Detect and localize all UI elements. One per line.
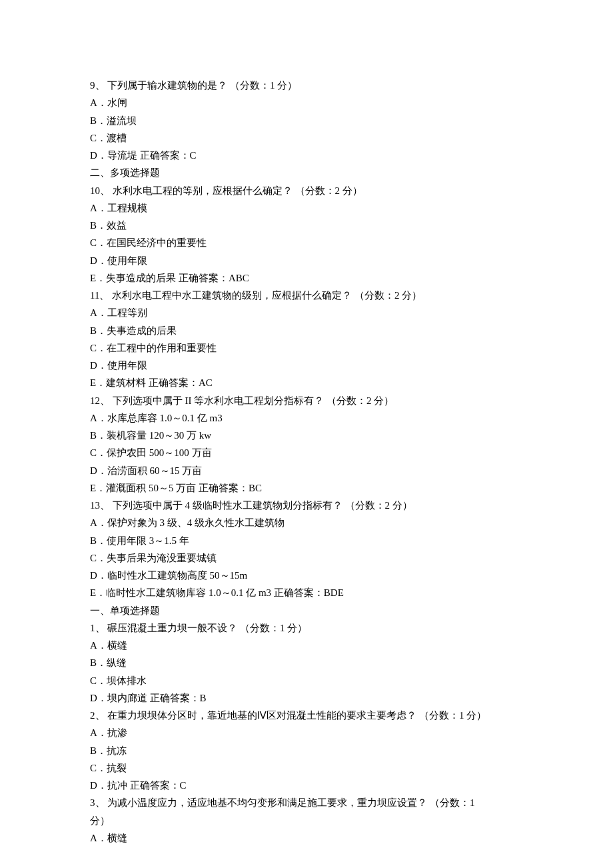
text-line: D．临时性水工建筑物高度 50～15m (90, 567, 526, 584)
text-line: D．坝内廊道 正确答案：B (90, 689, 526, 707)
text-line: B．装机容量 120～30 万 kw (90, 427, 526, 444)
text-line: E．失事造成的后果 正确答案：ABC (90, 269, 526, 287)
text-line: C．坝体排水 (90, 672, 526, 689)
text-line: A．水闸 (90, 94, 526, 111)
text-line: A．工程规模 (90, 199, 526, 217)
text-line: 9、 下列属于输水建筑物的是？ （分数：1 分） (90, 77, 526, 94)
text-line: A．水库总库容 1.0～0.1 亿 m3 (90, 409, 526, 427)
text-line: E．建筑材料 正确答案：AC (90, 374, 526, 391)
text-line: C．渡槽 (90, 129, 526, 147)
text-line: 1、 碾压混凝土重力坝一般不设？ （分数：1 分） (90, 619, 526, 637)
text-line: A．工程等别 (90, 304, 526, 321)
text-line: 分） (90, 812, 526, 829)
text-line: 13、 下列选项中属于 4 级临时性水工建筑物划分指标有？ （分数：2 分） (90, 497, 526, 514)
text-line: D．使用年限 (90, 252, 526, 269)
text-line: 2、 在重力坝坝体分区时，靠近地基的Ⅳ区对混凝土性能的要求主要考虑？ （分数：1… (90, 707, 526, 724)
text-line: D．导流堤 正确答案：C (90, 147, 526, 164)
text-line: B．失事造成的后果 (90, 322, 526, 339)
text-line: A．横缝 (90, 637, 526, 654)
text-line: C．失事后果为淹没重要城镇 (90, 549, 526, 567)
text-line: B．纵缝 (90, 654, 526, 671)
text-line: 一、单项选择题 (90, 602, 526, 619)
text-line: 10、 水利水电工程的等别，应根据什么确定？ （分数：2 分） (90, 182, 526, 199)
text-line: E．灌溉面积 50～5 万亩 正确答案：BC (90, 479, 526, 497)
text-line: C．在工程中的作用和重要性 (90, 339, 526, 357)
text-line: C．抗裂 (90, 759, 526, 777)
text-line: E．临时性水工建筑物库容 1.0～0.1 亿 m3 正确答案：BDE (90, 584, 526, 601)
text-line: D．使用年限 (90, 357, 526, 374)
text-line: B．抗冻 (90, 742, 526, 759)
text-line: 3、 为减小温度应力，适应地基不均匀变形和满足施工要求，重力坝应设置？ （分数：… (90, 794, 526, 811)
text-line: C．保护农田 500～100 万亩 (90, 444, 526, 461)
text-line: D．治涝面积 60～15 万亩 (90, 462, 526, 479)
text-line: B．使用年限 3～1.5 年 (90, 532, 526, 549)
text-line: 二、多项选择题 (90, 164, 526, 181)
text-line: B．溢流坝 (90, 112, 526, 129)
text-line: A．横缝 (90, 829, 526, 847)
text-line: D．抗冲 正确答案：C (90, 777, 526, 794)
text-line: 11、 水利水电工程中水工建筑物的级别，应根据什么确定？ （分数：2 分） (90, 287, 526, 304)
text-line: A．保护对象为 3 级、4 级永久性水工建筑物 (90, 514, 526, 531)
text-line: 12、 下列选项中属于 II 等水利水电工程划分指标有？ （分数：2 分） (90, 392, 526, 409)
text-line: B．效益 (90, 217, 526, 234)
text-line: C．在国民经济中的重要性 (90, 234, 526, 251)
text-line: A．抗渗 (90, 724, 526, 741)
